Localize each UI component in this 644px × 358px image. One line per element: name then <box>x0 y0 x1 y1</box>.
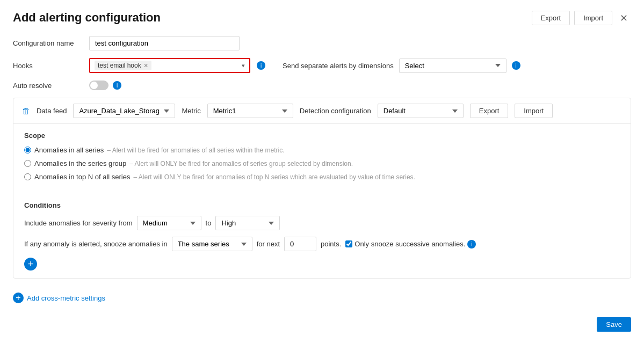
header-actions: Export Import ✕ <box>532 11 631 25</box>
scope-option-1: Anomalies in all series – Alert will be … <box>24 146 620 154</box>
hooks-row: Hooks test email hook ✕ ▾ i Send separat… <box>13 58 631 73</box>
scope-option-3: Anomalies in top N of all series – Alert… <box>24 173 620 181</box>
auto-resolve-row: Auto resolve i <box>13 81 631 90</box>
save-button[interactable]: Save <box>597 317 631 332</box>
scope-radio-2[interactable] <box>24 160 31 167</box>
only-successive-checkbox[interactable] <box>345 240 352 247</box>
metric-select[interactable]: Metric1 <box>207 104 293 118</box>
export-button[interactable]: Export <box>532 11 570 25</box>
auto-resolve-info-icon[interactable]: i <box>113 81 121 90</box>
snooze-points-input[interactable] <box>284 237 316 251</box>
scope-desc-1: – Alert will be fired for anomalies of a… <box>107 147 284 154</box>
data-feed-bar: 🗑 Data feed Azure_Data_Lake_Storage_Ge M… <box>13 98 631 124</box>
page-title: Add alerting configuration <box>13 11 161 25</box>
main-section-card: 🗑 Data feed Azure_Data_Lake_Storage_Ge M… <box>13 98 631 279</box>
detection-export-button[interactable]: Export <box>470 104 509 118</box>
severity-to-select[interactable]: High Low Medium <box>215 216 280 230</box>
cross-metric-add-icon: + <box>13 293 24 303</box>
snooze-label: If any anomaly is alerted, snooze anomal… <box>24 240 168 248</box>
data-feed-select[interactable]: Azure_Data_Lake_Storage_Ge <box>73 104 175 118</box>
add-condition-button[interactable]: + <box>24 258 37 271</box>
severity-label: Include anomalies for severity from <box>24 219 133 227</box>
points-label: points. <box>321 240 341 248</box>
footer-actions: Save <box>13 312 631 332</box>
auto-resolve-toggle[interactable] <box>89 81 108 90</box>
scope-desc-3: – Alert will ONLY be fired for anomalies… <box>133 173 415 181</box>
hooks-field[interactable]: test email hook ✕ ▾ <box>89 58 250 73</box>
import-button[interactable]: Import <box>574 11 612 25</box>
send-separate-label: Send separate alerts by dimensions <box>283 62 394 70</box>
metric-label: Metric <box>182 107 200 115</box>
only-successive-info-icon[interactable]: i <box>467 240 476 249</box>
close-button[interactable]: ✕ <box>617 11 631 25</box>
detection-import-button[interactable]: Import <box>515 104 553 118</box>
only-successive-label: Only snooze successive anomalies. <box>354 240 465 248</box>
send-separate-select[interactable]: Select <box>399 59 506 73</box>
config-name-label: Configuration name <box>13 39 83 47</box>
hook-tag: test email hook ✕ <box>95 61 151 70</box>
scope-label-2: Anomalies in the series group <box>34 159 126 167</box>
scope-radio-1[interactable] <box>24 147 31 154</box>
config-name-input[interactable] <box>89 36 240 50</box>
scope-desc-2: – Alert will ONLY be fired for anomalies… <box>129 160 353 167</box>
hook-tag-close-icon[interactable]: ✕ <box>143 62 148 69</box>
hooks-info-icon[interactable]: i <box>257 61 265 70</box>
hook-tag-label: test email hook <box>98 62 141 69</box>
send-separate-row: Send separate alerts by dimensions Selec… <box>283 59 631 73</box>
hooks-label: Hooks <box>13 62 83 70</box>
detection-config-label: Detection configuration <box>300 107 371 115</box>
auto-resolve-label: Auto resolve <box>13 82 83 90</box>
for-next-label: for next <box>257 240 280 248</box>
scope-title: Scope <box>24 131 620 140</box>
scope-label-1: Anomalies in all series <box>34 146 104 154</box>
conditions-section: Conditions Include anomalies for severit… <box>13 194 631 278</box>
hooks-dropdown-arrow[interactable]: ▾ <box>242 62 245 69</box>
conditions-title: Conditions <box>24 201 620 209</box>
only-successive-container: Only snooze successive anomalies. i <box>345 240 476 249</box>
scope-radio-3[interactable] <box>24 173 31 180</box>
snooze-row: If any anomaly is alerted, snooze anomal… <box>24 237 620 251</box>
scope-section: Scope Anomalies in all series – Alert wi… <box>13 124 631 194</box>
severity-row: Include anomalies for severity from Medi… <box>24 216 620 230</box>
cross-metric-row[interactable]: + Add cross-metric settings <box>13 287 631 312</box>
cross-metric-label: Add cross-metric settings <box>27 294 105 302</box>
snooze-series-select[interactable]: The same series All series <box>172 237 252 251</box>
toggle-container: i <box>89 81 121 90</box>
severity-from-select[interactable]: Medium Low High <box>137 216 201 230</box>
severity-to-label: to <box>206 219 212 227</box>
send-separate-info-icon[interactable]: i <box>512 61 520 70</box>
delete-icon[interactable]: 🗑 <box>22 106 30 115</box>
data-feed-label: Data feed <box>37 107 67 115</box>
scope-option-2: Anomalies in the series group – Alert wi… <box>24 159 620 167</box>
config-name-row: Configuration name <box>13 36 631 50</box>
scope-label-3: Anomalies in top N of all series <box>34 173 130 181</box>
detection-config-select[interactable]: Default <box>378 104 464 118</box>
